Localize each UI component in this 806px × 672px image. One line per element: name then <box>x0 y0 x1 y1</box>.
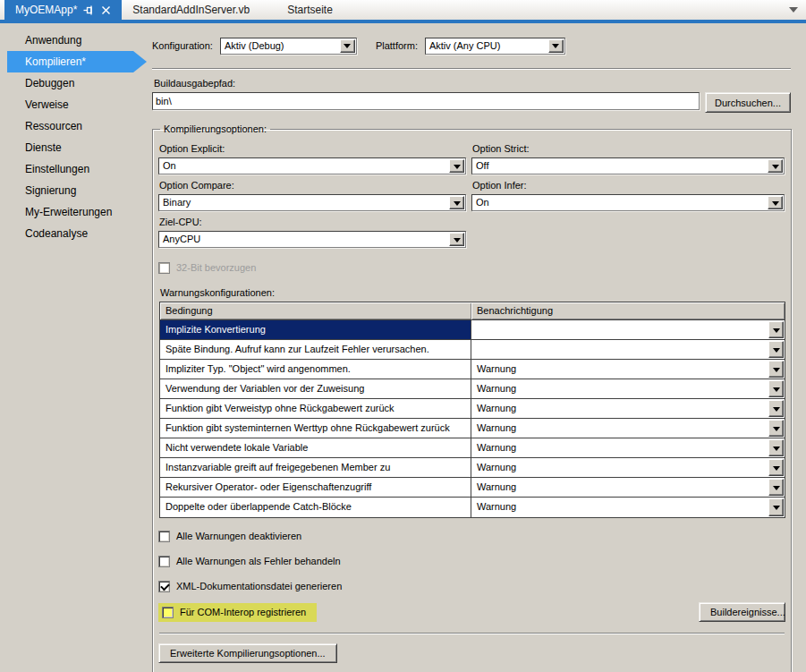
chevron-down-icon[interactable] <box>548 39 564 53</box>
configuration-select[interactable]: Aktiv (Debug) <box>220 38 357 55</box>
sidebar-item-kompilieren[interactable]: Kompilieren* <box>7 51 133 72</box>
xml-documentation-checkbox[interactable] <box>158 581 170 592</box>
table-row[interactable]: Rekursiver Operator- oder Eigenschaftenz… <box>160 478 785 498</box>
notification-cell[interactable]: Warnung <box>471 419 785 438</box>
notification-cell[interactable]: Warnung <box>471 498 785 517</box>
build-events-button[interactable]: Buildereignisse... <box>699 602 785 622</box>
chevron-down-icon[interactable] <box>449 233 464 246</box>
tab-label: StandardAddInServer.vb <box>132 4 250 16</box>
column-header-bedingung[interactable]: Bedingung <box>160 302 471 319</box>
sidebar-item-dienste[interactable]: Dienste <box>0 137 148 158</box>
browse-button[interactable]: Durchsuchen... <box>705 92 791 113</box>
close-icon[interactable] <box>101 5 111 15</box>
option-explicit-value: On <box>163 160 176 171</box>
com-interop-checkbox[interactable] <box>162 607 174 618</box>
advanced-compile-options-button[interactable]: Erweiterte Kompilierungsoptionen... <box>158 643 337 663</box>
table-row[interactable]: Impliziter Typ. "Object" wird angenommen… <box>160 360 785 379</box>
chevron-down-icon[interactable] <box>768 400 784 417</box>
chevron-down-icon[interactable] <box>449 159 464 173</box>
chevron-down-icon[interactable] <box>768 321 784 338</box>
notification-cell[interactable] <box>471 340 785 359</box>
tab-project-properties[interactable]: MyOEMApp* <box>4 0 122 20</box>
option-infer-select[interactable]: On <box>471 194 785 211</box>
compile-options-groupbox: Kompilierungsoptionen: Option Explicit: … <box>152 123 792 672</box>
notification-cell[interactable]: Warnung <box>471 360 785 379</box>
condition-cell[interactable]: Instanzvariable greift auf freigegebenen… <box>160 458 471 477</box>
notification-value: Warnung <box>477 481 516 492</box>
table-row[interactable]: Funktion gibt Verweistyp ohne Rückgabewe… <box>160 399 785 419</box>
notification-cell[interactable] <box>471 320 785 339</box>
property-pages-sidebar: Anwendung Kompilieren* Debuggen Verweise… <box>0 23 148 672</box>
chevron-down-icon[interactable] <box>768 159 783 173</box>
table-row[interactable]: Späte Bindung. Aufruf kann zur Laufzeit … <box>160 340 785 360</box>
condition-cell[interactable]: Nicht verwendete lokale Variable <box>160 438 471 457</box>
column-header-benachrichtigung[interactable]: Benachrichtigung <box>471 302 785 319</box>
prefer-32bit-label: 32-Bit bevorzugen <box>176 262 256 273</box>
chevron-down-icon[interactable] <box>768 341 784 358</box>
notification-value: Warnung <box>477 422 516 433</box>
configuration-value: Aktiv (Debug) <box>225 40 284 51</box>
notification-cell[interactable]: Warnung <box>471 458 785 477</box>
option-strict-select[interactable]: Off <box>471 157 785 174</box>
condition-cell[interactable]: Funktion gibt Verweistyp ohne Rückgabewe… <box>160 399 471 418</box>
condition-cell[interactable]: Verwendung der Variablen vor der Zuweisu… <box>160 379 471 398</box>
chevron-down-icon[interactable] <box>768 420 784 437</box>
notification-cell[interactable]: Warnung <box>471 399 785 418</box>
table-row[interactable]: Nicht verwendete lokale Variable Warnung <box>160 438 785 458</box>
chevron-down-icon[interactable] <box>768 479 784 496</box>
table-row[interactable]: Verwendung der Variablen vor der Zuweisu… <box>160 379 785 399</box>
condition-cell[interactable]: Funktion gibt systeminternen Werttyp ohn… <box>160 419 471 438</box>
notification-cell[interactable]: Warnung <box>471 438 785 457</box>
table-row[interactable]: Doppelte oder überlappende Catch-Blöcke … <box>160 498 785 517</box>
table-row[interactable]: Funktion gibt systeminternen Werttyp ohn… <box>160 419 785 438</box>
sidebar-item-my-erweiterungen[interactable]: My-Erweiterungen <box>0 201 148 223</box>
compile-options-group-label: Kompilierungsoptionen: <box>160 123 270 134</box>
sidebar-item-signierung[interactable]: Signierung <box>0 180 148 201</box>
sidebar-item-anwendung[interactable]: Anwendung <box>0 30 148 51</box>
warnings-as-errors-checkbox[interactable] <box>158 556 170 567</box>
compile-page-panel: Konfiguration: Aktiv (Debug) Plattform: … <box>148 23 806 672</box>
option-compare-value: Binary <box>163 197 191 208</box>
chevron-down-icon[interactable] <box>768 380 784 397</box>
table-row[interactable]: Instanzvariable greift auf freigegebenen… <box>160 458 785 478</box>
chevron-down-icon[interactable] <box>768 498 784 516</box>
condition-cell[interactable]: Doppelte oder überlappende Catch-Blöcke <box>160 498 471 517</box>
notification-value: Warnung <box>477 363 516 374</box>
condition-cell[interactable]: Späte Bindung. Aufruf kann zur Laufzeit … <box>160 340 471 359</box>
disable-all-warnings-checkbox[interactable] <box>158 531 170 542</box>
sidebar-item-verweise[interactable]: Verweise <box>0 94 148 115</box>
chevron-down-icon[interactable] <box>768 439 784 456</box>
notification-value: Warnung <box>477 462 516 472</box>
option-compare-label: Option Compare: <box>159 180 466 191</box>
option-explicit-select[interactable]: On <box>158 157 466 174</box>
notification-cell[interactable]: Warnung <box>471 379 785 398</box>
chevron-down-icon[interactable] <box>768 361 784 378</box>
sidebar-item-debuggen[interactable]: Debuggen <box>0 72 148 94</box>
section-divider <box>152 68 791 70</box>
platform-select[interactable]: Aktiv (Any CPU) <box>425 38 565 55</box>
condition-cell[interactable]: Implizite Konvertierung <box>160 320 471 339</box>
chevron-down-icon[interactable] <box>768 196 783 209</box>
section-divider <box>159 633 785 634</box>
tab-overflow-dropdown-icon[interactable] <box>789 7 798 13</box>
chevron-down-icon[interactable] <box>449 196 464 209</box>
tab-startseite[interactable]: Startseite <box>276 0 344 20</box>
sidebar-item-codeanalyse[interactable]: Codeanalyse <box>0 223 148 244</box>
option-strict-value: Off <box>476 160 488 171</box>
prefer-32bit-checkbox <box>158 262 170 274</box>
table-row[interactable]: Implizite Konvertierung <box>160 320 785 340</box>
build-output-path-label: Buildausgabepfad: <box>154 78 791 89</box>
option-compare-select[interactable]: Binary <box>158 194 466 211</box>
chevron-down-icon[interactable] <box>340 39 355 53</box>
notification-cell[interactable]: Warnung <box>471 478 785 497</box>
condition-cell[interactable]: Rekursiver Operator- oder Eigenschaftenz… <box>160 478 471 497</box>
build-output-path-input[interactable] <box>152 92 700 110</box>
pin-icon[interactable] <box>83 4 95 16</box>
condition-cell[interactable]: Impliziter Typ. "Object" wird angenommen… <box>160 360 471 379</box>
sidebar-item-ressourcen[interactable]: Ressourcen <box>0 115 148 137</box>
warning-configurations-table: Bedingung Benachrichtigung Implizite Kon… <box>159 302 785 518</box>
tab-standardaddinserver[interactable]: StandardAddInServer.vb <box>122 0 260 20</box>
chevron-down-icon[interactable] <box>768 459 784 476</box>
sidebar-item-einstellungen[interactable]: Einstellungen <box>0 158 148 180</box>
target-cpu-select[interactable]: AnyCPU <box>158 231 466 248</box>
